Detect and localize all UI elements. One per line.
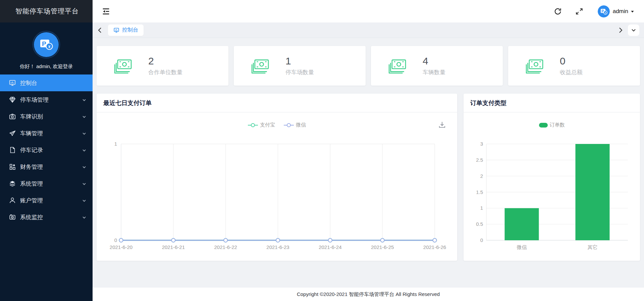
- user-menu-caret-icon[interactable]: [630, 9, 635, 13]
- svg-text:1.5: 1.5: [476, 189, 483, 195]
- sidebar-item-dashboard[interactable]: 控制台: [0, 74, 93, 91]
- line-chart-title: 最近七日支付订单: [97, 94, 457, 112]
- money-icon: [249, 57, 270, 74]
- stat-value: 0: [560, 55, 583, 67]
- tabs-scroll-left-icon[interactable]: [97, 27, 103, 34]
- chevron-down-icon: [82, 215, 87, 219]
- svg-text:微信: 微信: [517, 244, 527, 250]
- line-chart-card: 最近七日支付订单 支付宝微信 012021-6-202021-6-212021-…: [97, 94, 457, 261]
- line-chart-plot: 012021-6-202021-6-212021-6-222021-6-2320…: [97, 141, 452, 255]
- chevron-down-icon: [82, 148, 87, 152]
- welcome-text: 你好！ admin, 欢迎登录: [0, 63, 93, 70]
- sidebar-menu: 控制台停车场管理车牌识别车辆管理停车记录财务管理系统管理账户管理系统监控: [0, 74, 93, 225]
- user-icon: [9, 197, 16, 204]
- stat-value: 2: [148, 55, 182, 67]
- chevron-down-icon: [82, 97, 87, 102]
- app-window: 智能停车场管理平台 P ¥ 你好！ admin, 欢迎登录 控制台停车场管理车牌…: [0, 0, 644, 301]
- legend-label: 订单数: [550, 122, 565, 128]
- main-area: P ¥ admin: [93, 0, 644, 301]
- stat-value: 1: [285, 55, 314, 67]
- svg-text:2021-6-20: 2021-6-20: [110, 244, 132, 250]
- sidebar-item-plate[interactable]: 车牌识别: [0, 108, 93, 125]
- legend-label: 支付宝: [260, 122, 275, 128]
- svg-text:¥: ¥: [48, 45, 51, 49]
- sidebar-item-system[interactable]: 系统管理: [0, 175, 93, 192]
- tabs-menu-button[interactable]: [628, 24, 639, 36]
- grid-icon: [9, 163, 16, 170]
- svg-text:2021-6-25: 2021-6-25: [371, 244, 394, 250]
- chevron-down-icon: [82, 164, 87, 169]
- sidebar-item-parking[interactable]: 停车场管理: [0, 91, 93, 108]
- gem-icon: [9, 96, 16, 103]
- stat-value: 4: [423, 55, 445, 67]
- legend-line-marker: [284, 123, 294, 128]
- svg-text:2021-6-21: 2021-6-21: [162, 244, 185, 250]
- svg-text:2: 2: [480, 173, 483, 179]
- svg-text:2021-6-26: 2021-6-26: [423, 244, 446, 250]
- sidebar-item-label: 系统监控: [20, 213, 43, 221]
- tab-dashboard[interactable]: 控制台: [108, 24, 144, 36]
- sidebar-item-finance[interactable]: 财务管理: [0, 158, 93, 175]
- svg-text:其它: 其它: [588, 244, 598, 250]
- stat-label: 收益总额: [560, 68, 583, 76]
- stat-card-parkinglots: 1 停车场数量: [234, 46, 366, 86]
- dashboard-icon: [9, 79, 16, 87]
- sidebar: 智能停车场管理平台 P ¥ 你好！ admin, 欢迎登录 控制台停车场管理车牌…: [0, 0, 93, 301]
- svg-text:0: 0: [480, 237, 483, 243]
- stat-card-partners: 2 合作单位数量: [97, 46, 228, 86]
- money-icon: [524, 57, 544, 74]
- money-icon: [386, 57, 407, 74]
- app-title: 智能停车场管理平台: [0, 0, 93, 22]
- svg-text:0: 0: [114, 237, 117, 243]
- svg-text:2021-6-23: 2021-6-23: [266, 244, 289, 250]
- stat-label: 合作单位数量: [148, 68, 182, 76]
- legend-item-订单数[interactable]: 订单数: [539, 122, 565, 128]
- chevron-down-icon: [82, 114, 87, 119]
- sidebar-item-label: 停车场管理: [20, 96, 49, 104]
- fullscreen-icon[interactable]: [575, 7, 584, 16]
- bar-chart-body: 订单数 00.511.522.53微信其它: [464, 112, 640, 260]
- sidebar-item-label: 停车记录: [20, 146, 43, 154]
- download-icon[interactable]: [438, 120, 446, 129]
- tab-label: 控制台: [122, 27, 138, 34]
- legend-line-marker: [248, 123, 258, 128]
- chevron-down-icon: [82, 181, 87, 186]
- svg-text:0.5: 0.5: [476, 221, 483, 227]
- sidebar-item-label: 系统管理: [20, 180, 43, 188]
- username[interactable]: admin: [613, 8, 628, 15]
- chevron-down-icon: [82, 198, 87, 203]
- bar-chart-plot: 00.511.522.53微信其它: [464, 141, 640, 255]
- sidebar-item-records[interactable]: 停车记录: [0, 142, 93, 158]
- content: 2 合作单位数量 1 停车场数量 4 车辆数量: [93, 38, 644, 288]
- sidebar-item-vehicle[interactable]: 车辆管理: [0, 125, 93, 142]
- tabbar: 控制台: [93, 22, 644, 38]
- footer-copyright: Copyright ©2020-2021 智能停车场管理平台 All Right…: [93, 288, 644, 301]
- stat-label: 停车场数量: [285, 68, 314, 76]
- legend-item-支付宝[interactable]: 支付宝: [248, 122, 275, 128]
- charts-row: 最近七日支付订单 支付宝微信 012021-6-202021-6-212021-…: [97, 94, 640, 261]
- svg-text:2021-6-24: 2021-6-24: [319, 244, 341, 250]
- topbar: P ¥ admin: [93, 0, 644, 22]
- sidebar-item-label: 账户管理: [20, 197, 43, 204]
- svg-text:P: P: [42, 40, 46, 47]
- legend-item-微信[interactable]: 微信: [284, 122, 306, 128]
- sidebar-item-monitor[interactable]: 系统监控: [0, 209, 93, 225]
- tabs-scroll-right-icon[interactable]: [617, 27, 624, 34]
- sidebar-item-account[interactable]: 账户管理: [0, 192, 93, 209]
- legend-swatch: [539, 123, 548, 128]
- svg-text:1: 1: [480, 205, 483, 211]
- layers-icon: [9, 180, 16, 187]
- bar-chart-legend: 订单数: [464, 122, 640, 128]
- dashboard-icon: [113, 27, 119, 33]
- stat-card-vehicles: 4 车辆数量: [371, 46, 503, 86]
- bar-chart-title: 订单支付类型: [464, 94, 640, 112]
- user-avatar[interactable]: P ¥: [598, 5, 610, 17]
- sidebar-item-label: 车牌识别: [20, 113, 43, 120]
- refresh-icon[interactable]: [553, 7, 562, 16]
- stat-cards-row: 2 合作单位数量 1 停车场数量 4 车辆数量: [97, 46, 640, 86]
- sidebar-collapse-icon[interactable]: [101, 7, 111, 16]
- stat-card-revenue: 0 收益总额: [508, 46, 640, 86]
- stat-label: 车辆数量: [423, 68, 445, 76]
- svg-text:1: 1: [114, 141, 117, 147]
- sidebar-item-label: 财务管理: [20, 163, 43, 171]
